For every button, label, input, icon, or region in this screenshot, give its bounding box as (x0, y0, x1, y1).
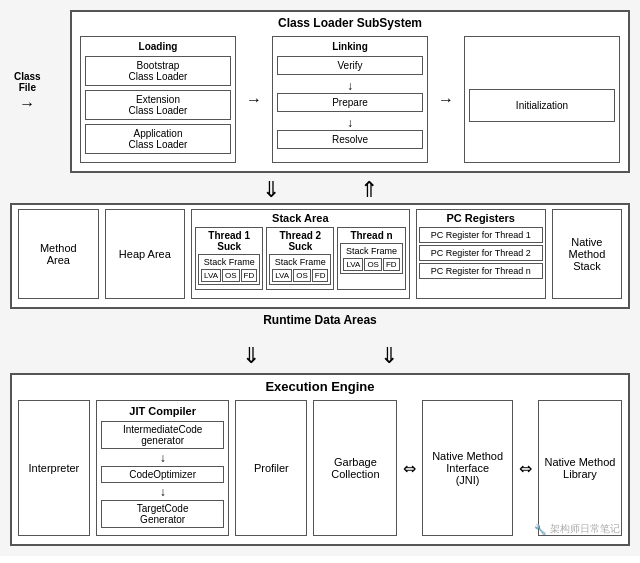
thread-2-sf-title: Stack Frame (272, 257, 328, 267)
jit-arrow-1: ↓ (101, 452, 225, 464)
classloader-inner: Loading BootstrapClass Loader ExtensionC… (80, 36, 620, 163)
threads-row: Thread 1Suck Stack Frame LVA OS FD (195, 227, 406, 290)
tn-os: OS (364, 258, 382, 271)
extension-class-loader: ExtensionClass Loader (85, 90, 231, 120)
thread-2-stack-frame: Stack Frame LVA OS FD (269, 254, 331, 285)
native-method-stack: NativeMethodStack (552, 209, 622, 299)
thread-n-box: Thread n Stack Frame LVA OS FD (337, 227, 405, 290)
thread-2-title: Thread 2Suck (269, 230, 331, 252)
thread-1-sf-inner: LVA OS FD (201, 269, 257, 282)
execution-engine-title: Execution Engine (18, 379, 622, 394)
profiler-box: Profiler (235, 400, 307, 536)
thread-n-sf-title: Stack Frame (343, 246, 399, 256)
tn-fd: FD (383, 258, 400, 271)
tn-lva: LVA (343, 258, 363, 271)
interpreter-box: Interpreter (18, 400, 90, 536)
pc-registers: PC Registers PC Register for Thread 1 PC… (416, 209, 546, 299)
t2-fd: FD (312, 269, 329, 282)
up-arrow-2-right: ⇓ (380, 345, 398, 367)
jit-compiler-box: JIT Compiler IntermediateCodegenerator ↓… (96, 400, 230, 536)
classloader-title: Class Loader SubSystem (80, 16, 620, 30)
loading-title: Loading (85, 41, 231, 52)
down-arrow-2-left: ⇓ (242, 345, 260, 367)
classloader-outer-box: Class Loader SubSystem Loading Bootstrap… (70, 10, 630, 173)
runtime-section: MethodArea Heap Area Stack Area Thread 1… (10, 203, 630, 327)
linking-title: Linking (277, 41, 423, 52)
runtime-label: Runtime Data Areas (10, 313, 630, 327)
verify-box: Verify (277, 56, 423, 75)
native-method-interface-box: Native MethodInterface(JNI) (422, 400, 512, 536)
runtime-outer-box: MethodArea Heap Area Stack Area Thread 1… (10, 203, 630, 309)
classloader-section: Class Loader SubSystem Loading Bootstrap… (10, 10, 630, 173)
up-arrow-right: ⇑ (360, 179, 378, 201)
linking-to-init-arrow: → (436, 36, 456, 163)
thread-2-sf-inner: LVA OS FD (272, 269, 328, 282)
stack-area-title: Stack Area (195, 212, 406, 224)
class-file-label: ClassFile → (14, 71, 41, 113)
initialization-box: Initialization (469, 89, 615, 122)
resolve-box: Resolve (277, 130, 423, 149)
jit-target: TargetCodeGenerator (101, 500, 225, 528)
thread-n-stack-frame: Stack Frame LVA OS FD (340, 243, 402, 274)
runtime-inner: MethodArea Heap Area Stack Area Thread 1… (18, 209, 622, 299)
thread-n-sf-inner: LVA OS FD (343, 258, 399, 271)
pc-thread-2: PC Register for Thread 2 (419, 245, 543, 261)
pc-registers-title: PC Registers (419, 212, 543, 224)
down-arrows-1: ⇓ ⇑ (10, 179, 630, 201)
jni-to-nml-arrows: ⇔ (519, 400, 532, 536)
thread-1-title: Thread 1Suck (198, 230, 260, 252)
application-class-loader: ApplicationClass Loader (85, 124, 231, 154)
t1-os: OS (222, 269, 240, 282)
watermark: 🔧 架构师日常笔记 (534, 522, 620, 536)
initialization-section: Initialization (464, 36, 620, 163)
method-area: MethodArea (18, 209, 99, 299)
pc-thread-n: PC Register for Thread n (419, 263, 543, 279)
linking-section: Linking Verify ↓ Prepare ↓ Resolve (272, 36, 428, 163)
main-diagram: Class Loader SubSystem Loading Bootstrap… (0, 0, 640, 556)
down-arrow-left: ⇓ (262, 179, 280, 201)
prepare-box: Prepare (277, 93, 423, 112)
down-arrows-2: ⇓ ⇓ (10, 345, 630, 367)
jit-title: JIT Compiler (101, 405, 225, 417)
pc-thread-1: PC Register for Thread 1 (419, 227, 543, 243)
gc-to-jni-arrows: ⇔ (403, 400, 416, 536)
t2-lva: LVA (272, 269, 292, 282)
jit-arrow-2: ↓ (101, 486, 225, 498)
jit-intermediate: IntermediateCodegenerator (101, 421, 225, 449)
watermark-text: 架构师日常笔记 (550, 522, 620, 536)
bootstrap-class-loader: BootstrapClass Loader (85, 56, 231, 86)
thread-1-box: Thread 1Suck Stack Frame LVA OS FD (195, 227, 263, 290)
loading-section: Loading BootstrapClass Loader ExtensionC… (80, 36, 236, 163)
thread-n-title: Thread n (340, 230, 402, 241)
execution-inner: Interpreter JIT Compiler IntermediateCod… (18, 400, 622, 536)
execution-engine-section: Execution Engine Interpreter JIT Compile… (10, 373, 630, 546)
t2-os: OS (293, 269, 311, 282)
garbage-collection-box: GarbageCollection (313, 400, 397, 536)
jit-optimizer: CodeOptimizer (101, 466, 225, 483)
native-method-library-box: Native MethodLibrary (538, 400, 622, 536)
t1-lva: LVA (201, 269, 221, 282)
t1-fd: FD (241, 269, 258, 282)
watermark-icon: 🔧 (534, 524, 546, 535)
stack-area: Stack Area Thread 1Suck Stack Frame LVA … (191, 209, 410, 299)
thread-1-stack-frame: Stack Frame LVA OS FD (198, 254, 260, 285)
thread-2-box: Thread 2Suck Stack Frame LVA OS FD (266, 227, 334, 290)
loading-to-linking-arrow: → (244, 36, 264, 163)
heap-area: Heap Area (105, 209, 186, 299)
thread-1-sf-title: Stack Frame (201, 257, 257, 267)
